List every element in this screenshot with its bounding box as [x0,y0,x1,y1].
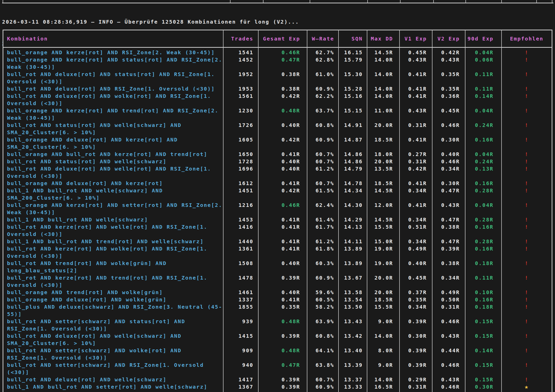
cell-wrate: 58.2% [307,303,339,318]
previous-table-column-tick [552,0,552,3]
column-header-sqn: SQN [339,30,367,47]
cell-d90: 0.18R [465,260,502,274]
cell-d90: 0.06R [465,56,502,71]
cell-v1: 0.41R [400,92,432,107]
cell-empfohlen: ! [502,391,552,392]
cell-d90: 0.16R [465,296,502,303]
cell-v2: 0.46R [432,383,465,391]
cell-d90: 0.28R [465,216,502,223]
cell-v1: 0.41R [400,180,432,187]
cell-wrate: 60.8% [307,332,339,347]
log-line-1: 2026-03-11 08:28:36,919 – INFO – Überprü… [2,18,553,25]
previous-table-column-tick [400,0,401,3]
cell-gesamt: 0.40R [259,158,307,165]
cell-maxdd: 15.5R [367,303,400,318]
cell-gesamt: 0.39R [259,376,307,383]
cell-empfohlen: ! [502,48,552,56]
cell-d90: 0.15R [465,318,502,332]
cell-wrate: 63.8% [307,361,339,376]
cell-trades: 1570 [224,391,259,392]
cell-kombination: bull_orange AND trend[rot] AND wolke[grü… [3,289,224,296]
cell-sqn: 14.11 [339,238,367,245]
cell-v1: 0.39R [400,391,432,392]
cell-v1: 0.45R [400,48,432,56]
cell-wrate: 59.6% [307,289,339,296]
cell-kombination: bull_1 AND bull_rot AND welle[schwarz] A… [3,187,224,201]
cell-trades: 1726 [224,121,259,136]
cell-gesamt: 0.48R [259,107,307,121]
cell-d90: 0.24R [465,158,502,165]
cell-kombination: bull_orange AND bull_rot AND kerze[rot] … [3,151,224,158]
cell-kombination: bull_1 AND bull_rot AND welle[schwarz] [3,216,224,223]
column-header-gesamt: Gesamt Exp [259,30,307,47]
table-row: bull_rot AND setter[schwarz] AND RSI_Zon… [3,361,552,376]
cell-empfohlen: ! [502,136,552,151]
column-header-v1: V1 Exp [400,30,432,47]
cell-sqn: 15.15 [339,107,367,121]
cell-gesamt: 0.38R [259,71,307,85]
cell-v2: 0.40R [432,151,465,158]
table-row: bull_orange AND trend[rot] AND wolke[grü… [3,289,552,296]
cell-v1: 0.31R [400,383,432,391]
cell-gesamt: 0.40R [259,165,307,180]
cell-maxdd: 20.0R [367,274,400,289]
cell-kombination: bull_rot AND setter[schwarz] AND RSI_Zon… [3,361,224,376]
cell-v1: 0.41R [400,71,432,85]
cell-maxdd: 20.0R [367,121,400,136]
cell-wrate: 61.8% [307,245,339,260]
table-row: bull_orange AND deluxe[rot] AND wolke[gr… [3,296,552,303]
cell-trades: 1440 [224,238,259,245]
cell-maxdd: 14.0R [367,92,400,107]
cell-maxdd: 18.5R [367,296,400,303]
cell-gesamt: 0.41R [259,151,307,158]
cell-wrate: 64.1% [307,347,339,361]
table-row: bull_rot AND kerze[rot] AND welle[rot] A… [3,223,552,238]
table-row: bull_1 AND bull_rot AND setter[rot] AND … [3,383,552,391]
cell-v2: 0.50R [432,296,465,303]
cell-maxdd: 15.0R [367,238,400,245]
cell-v2: 0.46R [432,121,465,136]
cell-sqn: 14.86 [339,151,367,158]
cell-trades: 1696 [224,165,259,180]
table-row: bull_rot AND deluxe[rot] AND welle[schwa… [3,376,552,383]
cell-gesamt: 0.46R [259,48,307,56]
star-icon: ★ [524,383,529,390]
column-header-d90: 90d Exp [465,30,502,47]
cell-v2: 0.47R [432,238,465,245]
table-row: bull_orange AND kerze[rot] AND RSI_Zone[… [3,48,552,56]
cell-sqn: 15.16 [339,92,367,107]
cell-kombination: bull_rot AND status[rot] AND welle[schwa… [3,158,224,165]
cell-kombination: bull_rot AND deluxe[rot] AND status[rot]… [3,71,224,85]
cell-kombination: bull_plus AND deluxe[schwarz] AND RSI_Zo… [3,303,224,318]
cell-v2: 0.35R [432,71,465,85]
cell-maxdd: 14.0R [367,71,400,85]
cell-gesamt: 0.42R [259,136,307,151]
cell-gesamt: 0.39R [259,383,307,391]
cell-maxdd: 13.5R [367,165,400,180]
cell-kombination: bull_orange AND deluxe[rot] AND wolke[gr… [3,296,224,303]
cell-kombination: bull_orange AND kerze[rot] AND trend[rot… [3,107,224,121]
cell-sqn: 13.40 [339,347,367,361]
cell-sqn: 13.58 [339,289,367,296]
cell-v2: 0.42R [432,48,465,56]
cell-gesamt: 0.40R [259,260,307,274]
cell-wrate: 60.9% [307,274,339,289]
cell-kombination: bull_rot AND deluxe[rot] AND welle[rot] … [3,165,224,180]
cell-v2: 0.43R [432,332,465,347]
cell-d90: 0.14R [465,92,502,107]
cell-d90: 0.14R [465,347,502,361]
cell-d90: 0.11R [465,71,502,85]
table-row: bull_rot AND status[rot] AND welle[schwa… [3,158,552,165]
cell-empfohlen: ! [502,332,552,347]
cell-wrate: 60.9% [307,85,339,92]
cell-v2: 0.45R [432,107,465,121]
column-header-empfohlen: Empfohlen [502,30,552,47]
cell-sqn: 13.31 [339,391,367,392]
cell-empfohlen: ! [502,92,552,107]
cell-gesamt: 0.47R [259,361,307,376]
cell-v2: 0.49R [432,289,465,296]
cell-gesamt: 0.41R [259,223,307,238]
cell-v1: 0.37R [400,289,432,296]
cell-v2: 0.34R [432,165,465,180]
previous-table-column-tick [501,0,502,3]
